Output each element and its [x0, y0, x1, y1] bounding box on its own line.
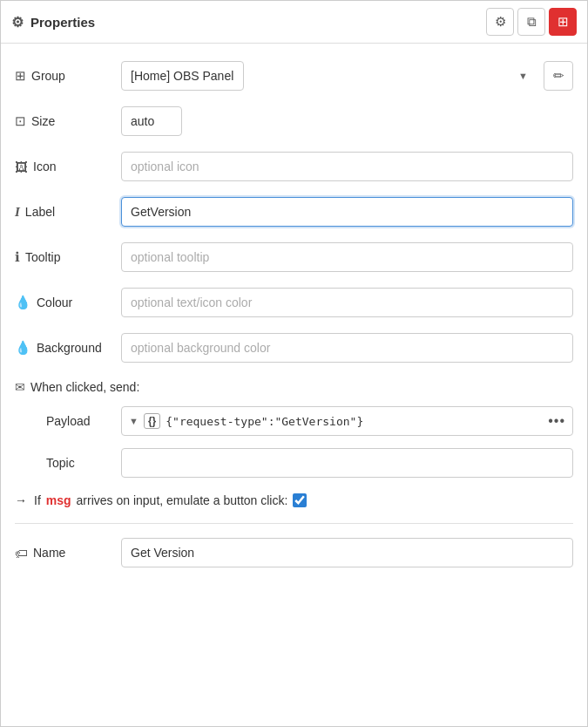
emulate-suffix-text: arrives on input, emulate a button click…: [77, 493, 288, 507]
size-row: ⊡ Size: [15, 106, 573, 136]
emulate-arrow-icon: →: [15, 493, 27, 507]
name-row: 🏷 Name: [15, 538, 573, 567]
payload-control[interactable]: ▼ {} {"request-type":"GetVersion"} •••: [121, 406, 573, 436]
settings-button[interactable]: ⚙: [486, 8, 514, 36]
payload-value: {"request-type":"GetVersion"}: [166, 415, 543, 428]
colour-label: 💧 Colour: [15, 295, 111, 310]
background-row: 💧 Background: [15, 333, 573, 363]
emulate-checkbox[interactable]: [293, 493, 307, 507]
envelope-icon: ✉: [15, 380, 25, 394]
group-edit-button[interactable]: ✏: [544, 61, 573, 91]
emulate-if-text: If: [34, 493, 41, 507]
label-label: I Label: [15, 205, 111, 220]
properties-content: ⊞ Group [Home] OBS Panel ✏ ⊡ Size: [1, 44, 587, 601]
payload-braces-icon: {}: [144, 413, 160, 429]
group-icon: ⊞: [15, 68, 26, 84]
payload-more-button[interactable]: •••: [548, 413, 565, 429]
section-divider: [15, 523, 573, 524]
name-tag-icon: 🏷: [15, 546, 28, 561]
icon-row: 🖼 Icon: [15, 152, 573, 181]
copy-button[interactable]: ⧉: [517, 8, 545, 36]
properties-gear-icon: ⚙: [11, 14, 24, 31]
size-input[interactable]: [121, 106, 182, 136]
tooltip-input[interactable]: [121, 242, 573, 272]
grid-button[interactable]: ⊞: [549, 8, 577, 36]
titlebar: ⚙ Properties ⚙ ⧉ ⊞: [1, 1, 587, 44]
payload-row: Payload ▼ {} {"request-type":"GetVersion…: [15, 406, 573, 436]
colour-input[interactable]: [121, 288, 573, 317]
icon-input[interactable]: [121, 152, 573, 181]
payload-label: Payload: [46, 414, 111, 428]
tooltip-row: ℹ Tooltip: [15, 242, 573, 272]
titlebar-right: ⚙ ⧉ ⊞: [486, 8, 577, 36]
topic-row: Topic: [15, 448, 573, 478]
colour-icon: 💧: [15, 295, 31, 310]
group-row: ⊞ Group [Home] OBS Panel ✏: [15, 61, 573, 91]
topic-input[interactable]: [121, 448, 573, 478]
emulate-msg-text: msg: [46, 493, 71, 507]
background-input[interactable]: [121, 333, 573, 363]
titlebar-left: ⚙ Properties: [11, 14, 95, 31]
size-icon: ⊡: [15, 113, 26, 129]
background-icon: 💧: [15, 340, 31, 356]
topic-label: Topic: [46, 456, 111, 470]
group-control-area: [Home] OBS Panel ✏: [121, 61, 573, 91]
icon-field-icon: 🖼: [15, 160, 28, 174]
properties-title: Properties: [30, 15, 95, 30]
label-row: I Label: [15, 197, 573, 227]
icon-label: 🖼 Icon: [15, 160, 111, 174]
group-select-wrap: [Home] OBS Panel: [121, 61, 537, 91]
name-label: 🏷 Name: [15, 546, 111, 561]
label-input[interactable]: [121, 197, 573, 227]
emulate-row: → If msg arrives on input, emulate a but…: [15, 493, 573, 507]
tooltip-icon: ℹ: [15, 249, 20, 265]
when-clicked-section: ✉ When clicked, send:: [15, 380, 573, 394]
label-field-icon: I: [15, 205, 20, 220]
group-label: ⊞ Group: [15, 68, 111, 84]
tooltip-label: ℹ Tooltip: [15, 249, 111, 265]
background-label: 💧 Background: [15, 340, 111, 356]
size-label: ⊡ Size: [15, 113, 111, 129]
payload-dropdown-arrow: ▼: [129, 416, 139, 426]
colour-row: 💧 Colour: [15, 288, 573, 317]
group-select[interactable]: [Home] OBS Panel: [121, 61, 244, 91]
name-input[interactable]: [121, 538, 573, 567]
